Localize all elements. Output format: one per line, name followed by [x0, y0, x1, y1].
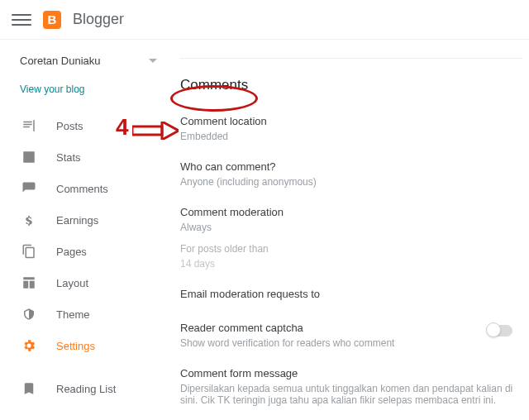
theme-icon — [21, 307, 36, 322]
sidebar: Coretan Duniaku View your blog Posts Sta… — [0, 40, 174, 420]
divider — [180, 58, 522, 59]
setting-email-moderation[interactable]: Email moderation requests to — [180, 281, 522, 315]
revert-link[interactable]: Revert to legacy Blogger — [0, 411, 174, 420]
main-content: Comments Comment location Embedded Who c… — [174, 40, 529, 420]
blog-name: Coretan Duniaku — [20, 55, 101, 67]
view-blog-link[interactable]: View your blog — [0, 72, 174, 110]
sidebar-item-pages[interactable]: Pages — [0, 236, 174, 267]
nav-label: Stats — [56, 151, 81, 164]
nav-label: Settings — [56, 340, 95, 352]
sidebar-item-settings[interactable]: Settings — [0, 330, 174, 361]
setting-label: Reader comment captcha — [180, 322, 394, 334]
setting-label: Comment moderation — [180, 206, 522, 218]
sidebar-item-comments[interactable]: Comments — [0, 173, 174, 204]
nav-label: Theme — [56, 308, 89, 321]
setting-sub-value: 14 days — [180, 258, 522, 270]
section-title: Comments — [180, 77, 522, 108]
chevron-down-icon — [149, 59, 157, 63]
setting-value: Embedded — [180, 131, 522, 142]
menu-icon[interactable] — [12, 10, 31, 30]
blog-selector[interactable]: Coretan Duniaku — [0, 50, 174, 72]
setting-label: Email moderation requests to — [180, 288, 522, 300]
setting-comment-moderation[interactable]: Comment moderation Always For posts olde… — [180, 199, 522, 281]
brand-name: Blogger — [73, 11, 124, 28]
setting-value: Show word verification for readers who c… — [180, 337, 394, 349]
comments-icon — [21, 181, 36, 196]
nav-label: Pages — [56, 246, 87, 258]
bookmark-icon — [21, 381, 36, 396]
setting-who-can-comment[interactable]: Who can comment? Anyone (including anony… — [180, 154, 522, 199]
nav-label: Layout — [56, 277, 88, 289]
setting-comment-form-message[interactable]: Comment form message Dipersilakan kepada… — [180, 360, 522, 418]
setting-comment-location[interactable]: Comment location Embedded — [180, 108, 522, 154]
posts-icon — [21, 118, 36, 133]
nav-label: Comments — [56, 183, 108, 195]
sidebar-item-theme[interactable]: Theme — [0, 298, 174, 330]
earnings-icon — [21, 212, 36, 227]
nav-label: Earnings — [56, 214, 98, 227]
nav-label: Posts — [56, 120, 83, 132]
setting-value: Always — [180, 222, 522, 233]
gear-icon — [21, 338, 36, 353]
setting-label: Comment location — [180, 115, 522, 127]
sidebar-item-posts[interactable]: Posts — [0, 110, 174, 141]
setting-value: Anyone (including anonymous) — [180, 176, 522, 188]
nav-label: Reading List — [56, 383, 116, 395]
stats-icon — [21, 150, 36, 165]
setting-label: Who can comment? — [180, 160, 522, 173]
setting-reader-captcha: Reader comment captcha Show word verific… — [180, 315, 522, 360]
setting-sub-label: For posts older than — [180, 243, 522, 255]
pages-icon — [21, 244, 36, 259]
sidebar-item-reading-list[interactable]: Reading List — [0, 373, 174, 404]
sidebar-item-stats[interactable]: Stats — [0, 141, 174, 173]
captcha-toggle[interactable] — [488, 325, 512, 336]
setting-value: Dipersilakan kepada semua untuk tinggalk… — [180, 383, 522, 406]
topbar: B Blogger — [0, 0, 529, 40]
sidebar-item-layout[interactable]: Layout — [0, 267, 174, 298]
setting-label: Comment form message — [180, 367, 522, 379]
blogger-logo-icon: B — [43, 11, 61, 29]
layout-icon — [21, 275, 36, 290]
sidebar-item-earnings[interactable]: Earnings — [0, 204, 174, 236]
